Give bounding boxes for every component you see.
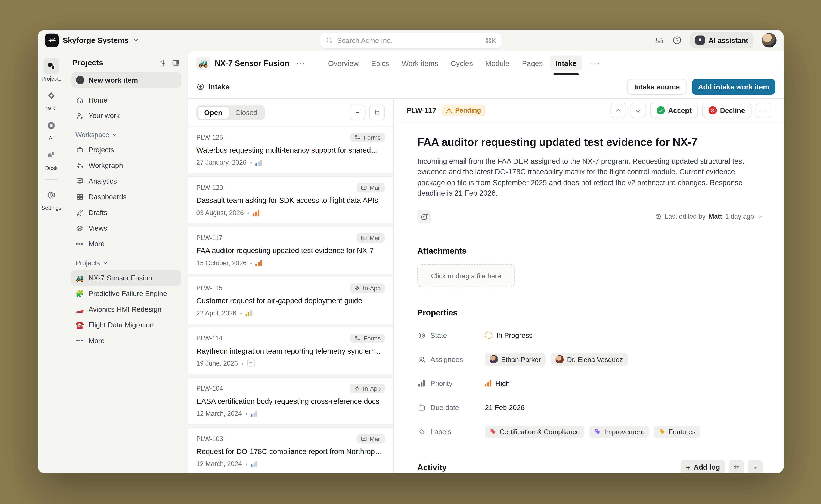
sidebar-item-home[interactable]: Home [71,92,181,108]
sidebar-project-flight-data[interactable]: ☎️ Flight Data Migration [71,317,181,333]
decline-label: Decline [720,106,745,114]
collapse-sidebar-icon[interactable] [172,58,180,67]
list-item[interactable]: PLW-104 In-App EASA certification body r… [188,377,393,424]
tab-pages[interactable]: Pages [517,51,548,75]
label-chip[interactable]: Features [654,426,700,438]
rail-item-ai[interactable]: AI [42,118,60,141]
accept-button[interactable]: Accept [651,103,698,118]
add-intake-work-item-button[interactable]: Add intake work item [692,79,775,95]
in-progress-icon [485,332,492,339]
sidebar-project-predictive-failure[interactable]: 🧩 Predictive Failure Engine [71,286,181,301]
property-label: Labels [430,428,451,436]
label-chip[interactable]: Improvement [590,426,649,438]
sidebar-project-nx7[interactable]: 🚜 NX-7 Sensor Fusion [71,270,181,286]
detail-more-button[interactable]: ··· [756,103,771,118]
home-icon [75,96,84,104]
sidebar-item-projects[interactable]: Projects [71,142,181,157]
rail-item-wiki[interactable]: Wiki [42,88,60,111]
next-item-button[interactable] [630,103,646,118]
tab-epics[interactable]: Epics [366,51,394,75]
sidebar-item-drafts[interactable]: Drafts [71,205,181,220]
priority-value[interactable]: High [485,379,510,387]
tab-overview[interactable]: Overview [323,51,364,75]
list-item[interactable]: PLW-114 Forms Raytheon integration team … [188,327,393,374]
sidebar-item-your-work[interactable]: Your work [71,108,181,123]
projects-section-header[interactable]: Projects [75,259,177,267]
ai-icon [43,118,59,133]
new-work-item-button[interactable]: + New work item [71,72,181,88]
filter-button[interactable] [350,105,365,120]
state-value[interactable]: In Progress [485,331,532,339]
label-chip[interactable]: Certification & Compliance [485,426,584,438]
list-item[interactable]: PLW-125 Forms Waterbus requesting multi-… [188,126,393,173]
list-item-selected[interactable]: PLW-117 Mail FAA auditor requesting upda… [188,226,393,273]
sidebar-project-avionics-hmi[interactable]: 🏎️ Avionics HMI Redesign [71,301,181,317]
global-search[interactable]: ⌘K [320,33,501,48]
workspace-switcher[interactable]: Skyforge Systems [45,34,139,47]
tab-intake[interactable]: Intake [550,51,582,75]
tab-work-items[interactable]: Work items [396,51,443,75]
tabs-more-button[interactable]: ··· [588,57,603,68]
user-avatar[interactable] [762,33,777,48]
project-emoji: ☎️ [75,321,84,329]
assignee-chip[interactable]: Dr. Elena Vasquez [551,353,628,366]
priority-icon [246,310,252,316]
assignee-chip[interactable]: Ethan Parker [485,353,546,366]
rail-item-projects[interactable]: Projects [40,58,62,82]
activity-filter-button[interactable] [748,460,763,473]
decline-button[interactable]: Decline [702,103,751,118]
prev-item-button[interactable] [610,103,626,118]
rail-item-desk[interactable]: Desk [42,148,60,171]
sidebar-item-workgraph[interactable]: Workgraph [71,157,181,173]
ai-assistant-button[interactable]: AI assistant [690,32,753,48]
rail-label: Desk [45,165,58,171]
property-due-date: Due date 21 Feb 2026 [417,401,763,414]
help-icon[interactable] [673,36,682,45]
sidebar-item-label: Your work [88,112,120,120]
work-item-id: PLW-103 [196,435,223,442]
sidebar-item-analytics[interactable]: Analytics [71,173,181,189]
list-item[interactable]: PLW-120 Mail Dassault team asking for SD… [188,176,393,223]
add-log-button[interactable]: +Add log [681,460,725,473]
workspace-section-header[interactable]: Workspace [75,131,177,139]
rail-item-settings[interactable]: Settings [40,187,62,211]
sidebar-item-dashboards[interactable]: Dashboards [71,189,181,204]
due-date-value[interactable]: 21 Feb 2026 [485,404,525,412]
sidebar: Projects + New work item Home Your work [65,51,187,473]
warning-icon [446,107,453,114]
work-item-title: Raytheon integration team reporting tele… [196,347,385,355]
sidebar-item-views[interactable]: Views [71,220,181,236]
closed-tab[interactable]: Closed [229,106,264,119]
assignee-avatar [490,355,498,363]
add-reaction-button[interactable] [417,210,431,224]
work-item-title: Dassault team asking for SDK access to f… [196,196,385,204]
project-more-button[interactable]: ··· [294,57,308,68]
open-tab[interactable]: Open [197,106,229,119]
sidebar-item-more-projects[interactable]: ••• More [71,333,181,348]
work-item-title: Request for DO-178C compliance report fr… [196,447,385,456]
sidebar-item-label: More [88,337,104,344]
activity-sort-button[interactable] [729,460,744,473]
wiki-icon [43,88,59,103]
property-labels: Labels Certification & Compliance Improv… [417,425,763,438]
list-item[interactable]: PLW-115 In-App Customer request for air-… [188,277,393,324]
sort-button[interactable] [369,105,385,120]
sidebar-item-more-workspace[interactable]: ••• More [71,236,181,251]
intake-source-button[interactable]: Intake source [627,79,687,95]
display-settings-icon[interactable] [158,58,166,67]
last-edited-info[interactable]: Last edited by Matt 1 day ago [654,213,763,220]
tab-cycles[interactable]: Cycles [446,51,478,75]
file-dropzone[interactable]: Click or drag a file here [417,264,515,287]
status-badge: Pending [441,105,485,116]
priority-icon [256,160,262,166]
property-label: Due date [430,404,459,412]
mail-icon [361,185,367,191]
list-item[interactable]: PLW-103 Mail Request for DO-178C complia… [188,427,393,473]
tab-module[interactable]: Module [480,51,514,75]
rail-label: Settings [41,205,61,211]
rail-label: Wiki [46,105,57,111]
work-item-id: PLW-120 [196,184,223,191]
inbox-icon[interactable] [655,36,664,45]
source-label: In-App [363,285,381,291]
search-input[interactable] [337,36,481,44]
